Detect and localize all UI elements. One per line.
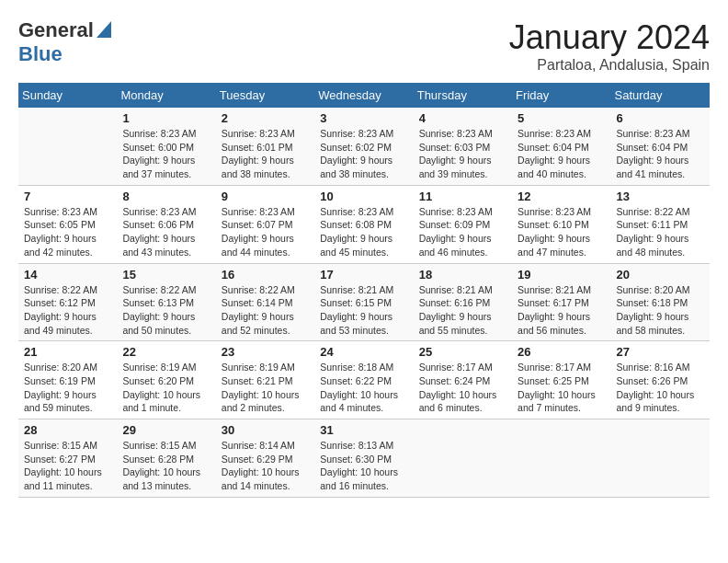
day-info: Sunrise: 8:23 AM Sunset: 6:04 PM Dayligh… — [518, 127, 605, 181]
day-info: Sunrise: 8:23 AM Sunset: 6:03 PM Dayligh… — [419, 127, 506, 181]
day-info: Sunrise: 8:22 AM Sunset: 6:13 PM Dayligh… — [122, 283, 210, 338]
day-number: 20 — [617, 268, 704, 282]
calendar-cell: 2Sunrise: 8:23 AM Sunset: 6:01 PM Daylig… — [216, 108, 314, 185]
day-info: Sunrise: 8:21 AM Sunset: 6:16 PM Dayligh… — [419, 283, 506, 338]
day-info: Sunrise: 8:13 AM Sunset: 6:30 PM Dayligh… — [320, 439, 407, 493]
day-info: Sunrise: 8:21 AM Sunset: 6:17 PM Dayligh… — [518, 283, 605, 338]
calendar-cell: 24Sunrise: 8:18 AM Sunset: 6:22 PM Dayli… — [314, 341, 413, 419]
day-number: 17 — [320, 268, 407, 282]
logo: General Blue — [18, 18, 111, 66]
calendar-cell: 28Sunrise: 8:15 AM Sunset: 6:27 PM Dayli… — [18, 419, 117, 498]
calendar-cell: 26Sunrise: 8:17 AM Sunset: 6:25 PM Dayli… — [512, 341, 610, 419]
day-number: 30 — [222, 423, 309, 437]
calendar-cell — [611, 419, 710, 498]
calendar-week-4: 21Sunrise: 8:20 AM Sunset: 6:19 PM Dayli… — [18, 341, 710, 419]
calendar-cell: 3Sunrise: 8:23 AM Sunset: 6:02 PM Daylig… — [314, 108, 413, 185]
page-header: General Blue January 2024 Partaloa, Anda… — [18, 18, 710, 74]
day-number: 23 — [222, 345, 309, 359]
calendar-cell: 30Sunrise: 8:14 AM Sunset: 6:29 PM Dayli… — [216, 419, 314, 498]
calendar-cell: 9Sunrise: 8:23 AM Sunset: 6:07 PM Daylig… — [216, 185, 314, 263]
calendar-cell — [18, 108, 117, 185]
header-monday: Monday — [117, 83, 215, 108]
header-friday: Friday — [512, 83, 610, 108]
logo-blue-text: Blue — [18, 42, 63, 65]
header-thursday: Thursday — [414, 83, 512, 108]
day-number: 26 — [518, 345, 605, 359]
day-info: Sunrise: 8:23 AM Sunset: 6:09 PM Dayligh… — [419, 205, 506, 259]
calendar-cell: 27Sunrise: 8:16 AM Sunset: 6:26 PM Dayli… — [611, 341, 710, 419]
calendar-week-5: 28Sunrise: 8:15 AM Sunset: 6:27 PM Dayli… — [18, 419, 710, 498]
day-info: Sunrise: 8:21 AM Sunset: 6:15 PM Dayligh… — [320, 283, 407, 338]
day-number: 1 — [122, 111, 210, 125]
day-number: 14 — [24, 268, 111, 282]
logo-general-text: General — [18, 18, 94, 42]
calendar-cell: 1Sunrise: 8:23 AM Sunset: 6:00 PM Daylig… — [117, 108, 215, 185]
calendar-cell: 21Sunrise: 8:20 AM Sunset: 6:19 PM Dayli… — [18, 341, 117, 419]
calendar-cell: 11Sunrise: 8:23 AM Sunset: 6:09 PM Dayli… — [414, 185, 512, 263]
day-info: Sunrise: 8:22 AM Sunset: 6:14 PM Dayligh… — [222, 283, 309, 338]
title-section: January 2024 Partaloa, Andalusia, Spain — [509, 18, 710, 74]
location-title: Partaloa, Andalusia, Spain — [509, 57, 710, 74]
day-number: 24 — [320, 345, 407, 359]
calendar-cell: 14Sunrise: 8:22 AM Sunset: 6:12 PM Dayli… — [18, 263, 117, 341]
calendar-cell: 18Sunrise: 8:21 AM Sunset: 6:16 PM Dayli… — [414, 263, 512, 341]
header-saturday: Saturday — [611, 83, 710, 108]
calendar-cell: 22Sunrise: 8:19 AM Sunset: 6:20 PM Dayli… — [117, 341, 215, 419]
calendar-cell: 31Sunrise: 8:13 AM Sunset: 6:30 PM Dayli… — [314, 419, 413, 498]
day-info: Sunrise: 8:22 AM Sunset: 6:12 PM Dayligh… — [24, 283, 111, 338]
calendar-cell: 6Sunrise: 8:23 AM Sunset: 6:04 PM Daylig… — [611, 108, 710, 185]
day-number: 16 — [222, 268, 309, 282]
calendar-cell: 23Sunrise: 8:19 AM Sunset: 6:21 PM Dayli… — [216, 341, 314, 419]
day-number: 4 — [419, 111, 506, 125]
day-info: Sunrise: 8:15 AM Sunset: 6:28 PM Dayligh… — [122, 439, 210, 493]
day-info: Sunrise: 8:23 AM Sunset: 6:00 PM Dayligh… — [122, 127, 210, 181]
calendar-cell: 16Sunrise: 8:22 AM Sunset: 6:14 PM Dayli… — [216, 263, 314, 341]
calendar-week-3: 14Sunrise: 8:22 AM Sunset: 6:12 PM Dayli… — [18, 263, 710, 341]
day-number: 6 — [617, 111, 704, 125]
month-title: January 2024 — [509, 18, 710, 57]
calendar-cell: 4Sunrise: 8:23 AM Sunset: 6:03 PM Daylig… — [414, 108, 512, 185]
weekday-header-row: Sunday Monday Tuesday Wednesday Thursday… — [18, 83, 710, 108]
day-number: 7 — [24, 190, 111, 203]
day-number: 11 — [419, 190, 506, 203]
calendar-table: Sunday Monday Tuesday Wednesday Thursday… — [18, 83, 710, 498]
calendar-cell: 13Sunrise: 8:22 AM Sunset: 6:11 PM Dayli… — [611, 185, 710, 263]
day-number: 19 — [518, 268, 605, 282]
calendar-cell: 8Sunrise: 8:23 AM Sunset: 6:06 PM Daylig… — [117, 185, 215, 263]
calendar-cell: 15Sunrise: 8:22 AM Sunset: 6:13 PM Dayli… — [117, 263, 215, 341]
day-info: Sunrise: 8:18 AM Sunset: 6:22 PM Dayligh… — [320, 361, 407, 415]
day-number: 8 — [122, 190, 210, 203]
header-sunday: Sunday — [18, 83, 117, 108]
calendar-cell: 20Sunrise: 8:20 AM Sunset: 6:18 PM Dayli… — [611, 263, 710, 341]
calendar-cell: 19Sunrise: 8:21 AM Sunset: 6:17 PM Dayli… — [512, 263, 610, 341]
day-info: Sunrise: 8:23 AM Sunset: 6:06 PM Dayligh… — [122, 205, 210, 259]
day-info: Sunrise: 8:23 AM Sunset: 6:02 PM Dayligh… — [320, 127, 407, 181]
day-number: 12 — [518, 190, 605, 203]
day-number: 10 — [320, 190, 407, 203]
calendar-cell: 12Sunrise: 8:23 AM Sunset: 6:10 PM Dayli… — [512, 185, 610, 263]
day-info: Sunrise: 8:23 AM Sunset: 6:05 PM Dayligh… — [24, 205, 111, 259]
day-number: 2 — [222, 111, 309, 125]
day-info: Sunrise: 8:23 AM Sunset: 6:04 PM Dayligh… — [617, 127, 704, 181]
calendar-week-2: 7Sunrise: 8:23 AM Sunset: 6:05 PM Daylig… — [18, 185, 710, 263]
calendar-cell: 17Sunrise: 8:21 AM Sunset: 6:15 PM Dayli… — [314, 263, 413, 341]
day-info: Sunrise: 8:23 AM Sunset: 6:07 PM Dayligh… — [222, 205, 309, 259]
day-info: Sunrise: 8:15 AM Sunset: 6:27 PM Dayligh… — [24, 439, 111, 493]
day-info: Sunrise: 8:17 AM Sunset: 6:25 PM Dayligh… — [518, 361, 605, 415]
day-number: 18 — [419, 268, 506, 282]
day-info: Sunrise: 8:14 AM Sunset: 6:29 PM Dayligh… — [222, 439, 309, 493]
header-wednesday: Wednesday — [314, 83, 413, 108]
day-number: 25 — [419, 345, 506, 359]
day-info: Sunrise: 8:17 AM Sunset: 6:24 PM Dayligh… — [419, 361, 506, 415]
day-number: 5 — [518, 111, 605, 125]
day-info: Sunrise: 8:23 AM Sunset: 6:10 PM Dayligh… — [518, 205, 605, 259]
svg-marker-0 — [97, 21, 111, 38]
day-info: Sunrise: 8:23 AM Sunset: 6:08 PM Dayligh… — [320, 205, 407, 259]
day-number: 13 — [617, 190, 704, 203]
day-number: 29 — [122, 423, 210, 437]
day-number: 15 — [122, 268, 210, 282]
day-info: Sunrise: 8:19 AM Sunset: 6:21 PM Dayligh… — [222, 361, 309, 415]
calendar-cell: 7Sunrise: 8:23 AM Sunset: 6:05 PM Daylig… — [18, 185, 117, 263]
day-info: Sunrise: 8:20 AM Sunset: 6:19 PM Dayligh… — [24, 361, 111, 415]
day-info: Sunrise: 8:22 AM Sunset: 6:11 PM Dayligh… — [617, 205, 704, 259]
